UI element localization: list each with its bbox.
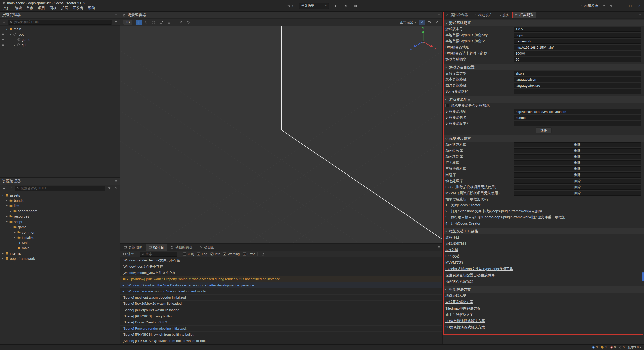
doc-link[interactable]: Tiledmap地图解决方案: [445, 306, 481, 311]
tree-item[interactable]: ▾game: [0, 224, 120, 230]
doc-link[interactable]: 原生包热更新配置自动生成插件: [445, 273, 495, 278]
open-project-folder-button[interactable]: [600, 3, 607, 9]
log-row[interactable]: ▸[Window] [Vue warn]: Property "onInput"…: [120, 276, 442, 282]
doc-link[interactable]: API文档: [445, 248, 458, 252]
hierarchy-search[interactable]: [8, 20, 112, 25]
property-input[interactable]: [514, 121, 641, 126]
tree-item[interactable]: ▾script: [0, 219, 120, 224]
tree-arrow-icon[interactable]: ▸: [5, 199, 9, 202]
build-publish-button[interactable]: 构建发布: [577, 3, 600, 9]
property-input[interactable]: [514, 45, 641, 50]
checkbox-icon[interactable]: [183, 252, 186, 256]
doc-link[interactable]: 教程项目: [445, 235, 459, 240]
delete-module-button[interactable]: 删除: [514, 179, 641, 184]
scene-viewport[interactable]: Y X Z: [120, 26, 442, 243]
menubar-item[interactable]: 文件: [1, 5, 13, 11]
tree-item[interactable]: ▾root: [0, 32, 120, 37]
doc-link[interactable]: 3D角色扮演游戏解决方案: [445, 325, 485, 330]
checkbox-icon[interactable]: ✓: [197, 252, 200, 256]
status-notification-counter[interactable]: 0: [619, 345, 625, 349]
delete-module-button[interactable]: 删除: [514, 148, 641, 153]
doc-link[interactable]: Excel格式转Json文件与TypeScript代码工具: [445, 267, 513, 271]
property-input[interactable]: [514, 51, 641, 56]
add-node-button[interactable]: +: [2, 20, 7, 25]
scale-tool-button[interactable]: [158, 20, 165, 25]
tree-arrow-icon[interactable]: ▸: [9, 210, 13, 212]
delete-module-button[interactable]: 删除: [514, 160, 641, 165]
doc-link[interactable]: 战旗游戏框架: [445, 294, 466, 298]
tree-item[interactable]: ▸bundle: [0, 198, 120, 203]
status-info-counter[interactable]: 3: [592, 345, 598, 349]
lock-icon[interactable]: [1, 33, 5, 36]
sort-assets-button[interactable]: [8, 186, 13, 191]
rect-tool-button[interactable]: [151, 20, 157, 25]
hierarchy-filter-button[interactable]: [113, 20, 118, 25]
tree-item[interactable]: ▾main: [0, 26, 120, 32]
panel-menu-icon[interactable]: ≡: [437, 245, 440, 249]
panel-menu-icon[interactable]: ≡: [115, 13, 118, 17]
log-row[interactable]: [Scene] [PHYSICS]: using builtin.: [120, 313, 442, 319]
console-tab[interactable]: 资源预览: [120, 244, 146, 251]
checkbox-icon[interactable]: [445, 104, 449, 107]
log-row[interactable]: [Scene] meshopt wasm decoder initialized: [120, 295, 442, 301]
clear-console-button[interactable]: 清空: [123, 252, 134, 256]
maximize-button[interactable]: □: [626, 0, 635, 12]
tree-arrow-icon[interactable]: ▸: [13, 231, 17, 234]
hierarchy-search-input[interactable]: [14, 20, 110, 24]
axis-gizmo[interactable]: Y X Z: [407, 27, 439, 57]
menubar-item[interactable]: 开发者: [70, 5, 86, 11]
tree-arrow-icon[interactable]: ▾: [5, 204, 9, 207]
section-header[interactable]: 游戏基础配置: [443, 20, 644, 26]
assets-search-input[interactable]: [21, 186, 104, 190]
preview-platform-button[interactable]: ▾: [285, 3, 295, 9]
property-input[interactable]: [514, 109, 641, 114]
delete-module-button[interactable]: 删除: [514, 191, 641, 196]
tree-arrow-icon[interactable]: ▸: [13, 43, 16, 46]
section-header[interactable]: 框架解决方案: [443, 286, 644, 293]
refresh-assets-button[interactable]: [113, 186, 118, 191]
doc-link[interactable]: 游戏模板项目: [445, 242, 466, 246]
assets-search[interactable]: [15, 186, 105, 191]
console-filter[interactable]: ✓Warning: [223, 252, 240, 256]
menubar-item[interactable]: 扩展: [59, 5, 70, 11]
tree-item[interactable]: ▸oops-framework: [0, 256, 120, 261]
property-input[interactable]: [514, 71, 641, 76]
console-search[interactable]: [140, 252, 177, 257]
inspector-tab[interactable]: 服务: [495, 12, 512, 18]
section-header[interactable]: 框架文档工具链接: [443, 228, 644, 234]
property-input[interactable]: [514, 115, 641, 120]
property-input[interactable]: [514, 57, 641, 62]
delete-module-button[interactable]: 删除: [514, 185, 641, 190]
checkbox-icon[interactable]: ✓: [243, 252, 246, 256]
section-header[interactable]: 游戏多语言配置: [443, 64, 644, 70]
expand-arrow-icon[interactable]: ▸: [123, 284, 127, 287]
tree-arrow-icon[interactable]: ▾: [5, 220, 9, 223]
tree-item[interactable]: main: [0, 245, 120, 251]
lock-icon[interactable]: [1, 43, 5, 46]
property-input[interactable]: [514, 39, 641, 44]
delete-module-button[interactable]: 删除: [514, 154, 641, 159]
doc-link[interactable]: MVVM文档: [445, 260, 463, 265]
console-tab[interactable]: 动画图: [196, 244, 218, 251]
inspector-tab[interactable]: 框架配置: [512, 12, 536, 18]
log-row[interactable]: [Window] model_view文件夹不存在: [120, 270, 442, 276]
tree-item[interactable]: ▾assets: [0, 193, 120, 198]
move-tool-button[interactable]: [136, 20, 142, 25]
tree-arrow-icon[interactable]: ▾: [9, 226, 13, 228]
log-row[interactable]: ▸[Window] Download the Vue Devtools exte…: [120, 282, 442, 288]
doc-link[interactable]: 动画状态机编辑器: [445, 279, 473, 284]
property-input[interactable]: [514, 83, 641, 88]
section-header[interactable]: 游戏资源配置: [443, 96, 644, 103]
menubar-item[interactable]: 面板: [47, 5, 59, 11]
scene-select[interactable]: 当前场景 ▾: [299, 3, 329, 9]
panel-menu-icon[interactable]: ≡: [437, 13, 440, 17]
checkbox-icon[interactable]: ✓: [210, 252, 214, 256]
dimension-toggle-button[interactable]: 3D: [123, 20, 132, 25]
tree-item[interactable]: ▾libs: [0, 203, 120, 208]
delete-module-button[interactable]: 删除: [514, 166, 641, 171]
render-mode-select[interactable]: 正常渲染 ▾: [398, 20, 417, 25]
tree-arrow-icon[interactable]: ▾: [9, 33, 12, 36]
log-row[interactable]: [Scene] [box2d]:box2d wasm lib loaded.: [120, 301, 442, 307]
scene-settings-button[interactable]: [434, 20, 440, 25]
doc-link[interactable]: 新手引导解决方案: [445, 313, 473, 317]
